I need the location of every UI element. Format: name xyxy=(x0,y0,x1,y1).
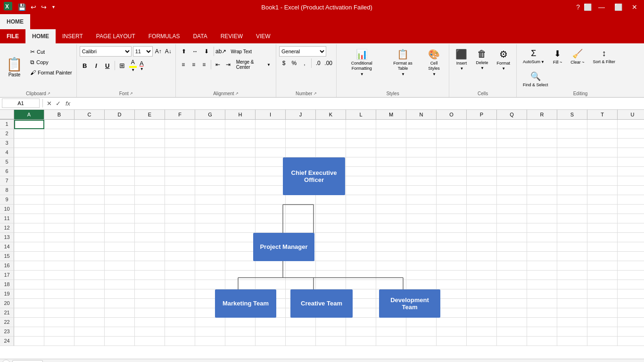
cell[interactable] xyxy=(74,120,105,129)
cell[interactable] xyxy=(406,299,437,308)
number-format-select[interactable]: General xyxy=(279,46,326,57)
cell[interactable] xyxy=(557,129,587,139)
font-expand-icon[interactable]: ↗ xyxy=(130,91,133,96)
cell[interactable] xyxy=(14,157,44,167)
cell[interactable] xyxy=(44,261,74,271)
cell[interactable] xyxy=(497,318,527,327)
italic-button[interactable]: I xyxy=(91,60,101,71)
cell[interactable] xyxy=(467,289,497,299)
cell[interactable] xyxy=(527,176,557,186)
cell[interactable] xyxy=(165,280,195,289)
cell[interactable] xyxy=(225,120,256,129)
font-color-button[interactable]: A ▼ xyxy=(139,59,145,72)
cell[interactable] xyxy=(74,223,105,233)
col-header-p[interactable]: P xyxy=(467,110,497,119)
cell[interactable] xyxy=(316,214,346,223)
cell[interactable] xyxy=(467,337,497,346)
cell[interactable] xyxy=(618,327,644,337)
cell[interactable] xyxy=(497,289,527,299)
cell[interactable] xyxy=(406,233,437,242)
cell[interactable] xyxy=(195,120,225,129)
align-top-button[interactable]: ⬆ xyxy=(179,46,189,57)
cell[interactable] xyxy=(195,195,225,205)
cell[interactable] xyxy=(467,271,497,280)
cell[interactable] xyxy=(74,176,105,186)
cell[interactable] xyxy=(135,318,165,327)
underline-button[interactable]: U xyxy=(102,60,113,71)
cell[interactable] xyxy=(346,148,376,157)
cell[interactable] xyxy=(225,186,256,195)
cell[interactable] xyxy=(587,157,618,167)
cell[interactable] xyxy=(467,327,497,337)
cell[interactable] xyxy=(618,148,644,157)
cell[interactable] xyxy=(316,337,346,346)
cell[interactable] xyxy=(406,337,437,346)
cell[interactable] xyxy=(346,299,376,308)
cell[interactable] xyxy=(587,223,618,233)
cell[interactable] xyxy=(286,176,316,186)
cell[interactable] xyxy=(376,186,406,195)
cell-styles-button[interactable]: 🎨 Cell Styles ▼ xyxy=(421,46,446,79)
col-header-r[interactable]: R xyxy=(527,110,557,119)
cell[interactable] xyxy=(587,176,618,186)
cell[interactable] xyxy=(44,233,74,242)
cell[interactable] xyxy=(195,327,225,337)
row-header[interactable]: 23 xyxy=(0,327,14,337)
align-middle-button[interactable]: ↔ xyxy=(190,46,200,57)
row-header[interactable]: 6 xyxy=(0,167,14,176)
cell[interactable] xyxy=(346,157,376,167)
cell[interactable] xyxy=(225,289,256,299)
cell[interactable] xyxy=(225,318,256,327)
cell[interactable] xyxy=(467,280,497,289)
cell[interactable] xyxy=(527,233,557,242)
row-header[interactable]: 14 xyxy=(0,242,14,252)
cell[interactable] xyxy=(376,261,406,271)
cell[interactable] xyxy=(165,318,195,327)
merge-dropdown-arrow[interactable]: ▼ xyxy=(267,63,271,67)
cell[interactable] xyxy=(587,129,618,139)
cell[interactable] xyxy=(44,120,74,129)
align-left-button[interactable]: ≡ xyxy=(179,59,188,70)
cell[interactable] xyxy=(135,167,165,176)
cell[interactable] xyxy=(135,157,165,167)
col-header-q[interactable]: Q xyxy=(497,110,527,119)
cell[interactable] xyxy=(437,252,467,261)
cell[interactable] xyxy=(105,233,135,242)
increase-decimal-button[interactable]: .00 xyxy=(324,58,333,68)
cell[interactable] xyxy=(467,233,497,242)
cell[interactable] xyxy=(527,205,557,214)
cell[interactable] xyxy=(165,176,195,186)
font-size-select[interactable]: 11 xyxy=(133,46,153,57)
cell[interactable] xyxy=(225,195,256,205)
cell[interactable] xyxy=(406,167,437,176)
cell[interactable] xyxy=(618,186,644,195)
cell[interactable] xyxy=(195,280,225,289)
cell[interactable] xyxy=(14,261,44,271)
cell[interactable] xyxy=(165,120,195,129)
cell[interactable] xyxy=(346,214,376,223)
cell[interactable] xyxy=(105,120,135,129)
accounting-format-button[interactable]: $ xyxy=(279,58,289,68)
cell[interactable] xyxy=(527,129,557,139)
cell[interactable] xyxy=(256,261,286,271)
cell[interactable] xyxy=(316,167,346,176)
row-header[interactable]: 3 xyxy=(0,139,14,148)
bold-button[interactable]: B xyxy=(80,60,90,71)
align-bottom-button[interactable]: ⬇ xyxy=(201,46,212,57)
cell[interactable] xyxy=(256,252,286,261)
align-center-button[interactable]: ≡ xyxy=(189,59,198,70)
cell[interactable] xyxy=(497,242,527,252)
cell[interactable] xyxy=(135,252,165,261)
cell[interactable] xyxy=(135,299,165,308)
cell[interactable] xyxy=(316,120,346,129)
cell[interactable] xyxy=(14,129,44,139)
merge-center-button[interactable]: Merge & Center ▼ xyxy=(234,58,273,71)
cell[interactable] xyxy=(557,120,587,129)
cell[interactable] xyxy=(316,261,346,271)
cell[interactable] xyxy=(346,186,376,195)
cell[interactable] xyxy=(14,289,44,299)
cell[interactable] xyxy=(527,280,557,289)
cell[interactable] xyxy=(165,157,195,167)
cell[interactable] xyxy=(497,233,527,242)
cell[interactable] xyxy=(437,233,467,242)
